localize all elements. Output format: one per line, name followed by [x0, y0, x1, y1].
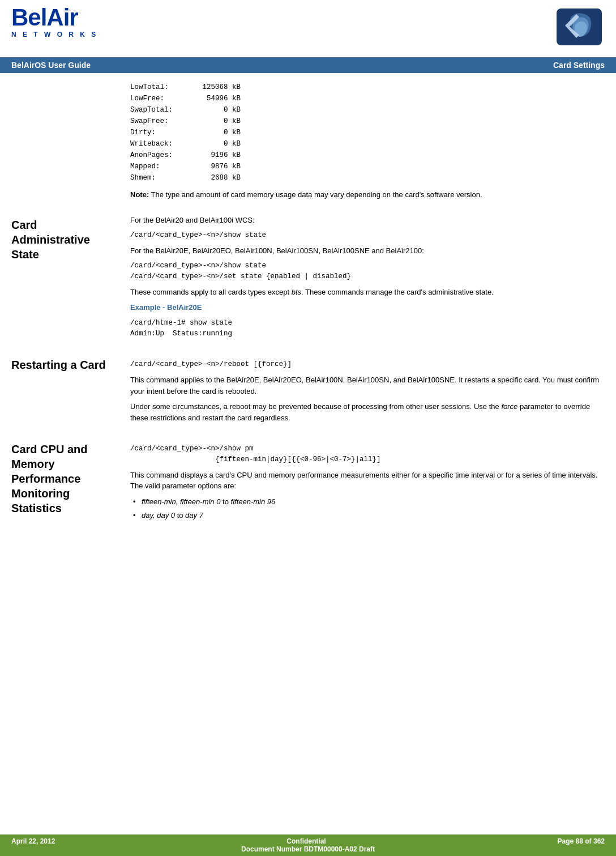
right-column: LowTotal: 125068 kB LowFree: 54996 kB Sw…: [125, 79, 605, 209]
restarting-section: Restarting a Card /card/<card_type>-<n>/…: [0, 355, 616, 433]
note-box: Note: The type and amount of card memory…: [130, 189, 605, 201]
footer-date: April 22, 2012: [11, 837, 55, 845]
card-admin-body: For the BelAir20 and BelAir100i WCS: /ca…: [125, 215, 605, 344]
main-content: LowTotal: 125068 kB LowFree: 54996 kB Sw…: [0, 73, 616, 215]
cpu-memory-code: /card/<card_type>-<n>/show pm {fifteen-m…: [130, 444, 605, 465]
bullet-item-2: day, day 0 to day 7: [130, 510, 605, 521]
bullet-2-text: day, day 0 to day 7: [142, 511, 203, 519]
cpu-memory-heading-col: Card CPU and Memory Performance Monitori…: [11, 439, 125, 524]
card-admin-code2: /card/<card_type>-<n>/show state /card/<…: [130, 261, 605, 282]
bts-italic: bts: [292, 288, 301, 296]
footer-confidential: Confidential: [286, 837, 326, 845]
bullet-1-text: fifteen-min, fifteen-min 0 to fifteen-mi…: [142, 497, 275, 506]
restarting-desc2: Under some circumstances, a reboot may b…: [130, 401, 605, 423]
logo-air: Air: [46, 4, 78, 31]
bullet-item-1: fifteen-min, fifteen-min 0 to fifteen-mi…: [130, 496, 605, 508]
cpu-memory-heading: Card CPU and Memory Performance Monitori…: [11, 442, 119, 516]
belair-icon: [554, 6, 605, 50]
example-heading: Example - BelAir20E: [130, 302, 605, 313]
force-italic: force: [501, 402, 517, 411]
footer-top: April 22, 2012 Confidential Page 88 of 3…: [11, 837, 605, 845]
page-footer: April 22, 2012 Confidential Page 88 of 3…: [0, 834, 616, 856]
page-header: BelAir N E T W O R K S: [0, 0, 616, 53]
logo-bel: Bel: [11, 4, 46, 31]
cpu-memory-desc: This command displays a card's CPU and m…: [130, 470, 605, 492]
example-code: /card/htme-1# show state Admin:Up Status…: [130, 318, 605, 339]
card-admin-intro2: For the BelAir20E, BelAir20EO, BelAir100…: [130, 245, 605, 257]
belair-logo: BelAir: [11, 6, 78, 29]
note-text: The type and amount of card memory usage…: [151, 190, 482, 199]
left-column: [11, 79, 125, 209]
logo-area: BelAir N E T W O R K S: [11, 6, 98, 39]
card-admin-heading: Card Administrative State: [11, 218, 119, 262]
note-label: Note:: [130, 190, 149, 199]
footer-page: Page 88 of 362: [558, 837, 605, 845]
card-admin-section: Card Administrative State For the BelAir…: [0, 215, 616, 350]
card-admin-intro1: For the BelAir20 and BelAir100i WCS:: [130, 215, 605, 226]
restarting-heading: Restarting a Card: [11, 357, 119, 372]
card-admin-heading-col: Card Administrative State: [11, 215, 125, 344]
section-title: Card Settings: [553, 61, 605, 70]
cpu-memory-body: /card/<card_type>-<n>/show pm {fifteen-m…: [125, 439, 605, 524]
memory-data-block: LowTotal: 125068 kB LowFree: 54996 kB Sw…: [130, 82, 605, 184]
footer-doc: Document Number BDTM00000-A02 Draft: [241, 845, 375, 853]
restarting-heading-col: Restarting a Card: [11, 355, 125, 428]
logo-networks: N E T W O R K S: [11, 31, 98, 39]
footer-bottom: Document Number BDTM00000-A02 Draft: [11, 845, 605, 853]
guide-title: BelAirOS User Guide: [11, 61, 91, 70]
card-admin-code1: /card/<card_type>-<n>/show state: [130, 230, 605, 241]
restarting-code: /card/<card_type>-<n>/reboot [{force}]: [130, 359, 605, 370]
restarting-body: /card/<card_type>-<n>/reboot [{force}] T…: [125, 355, 605, 428]
title-bar: BelAirOS User Guide Card Settings: [0, 57, 616, 73]
restarting-desc1: This command applies to the BelAir20E, B…: [130, 374, 605, 397]
cpu-memory-section: Card CPU and Memory Performance Monitori…: [0, 439, 616, 530]
card-admin-desc: These commands apply to all cards types …: [130, 287, 605, 298]
bullet-list: fifteen-min, fifteen-min 0 to fifteen-mi…: [130, 496, 605, 521]
